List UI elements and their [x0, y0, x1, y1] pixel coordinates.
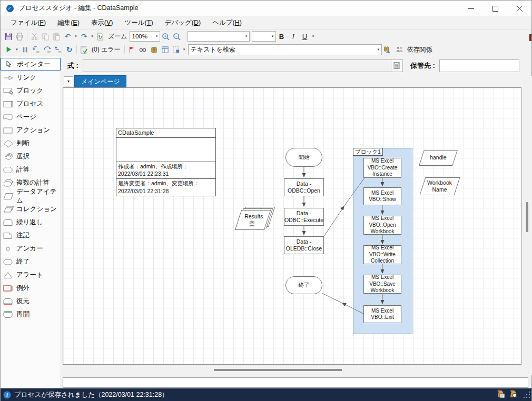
process-canvas[interactable]: ブロック1 CDataSample: [63, 87, 521, 365]
paste-button[interactable]: [51, 31, 62, 42]
node-data-workbook-name[interactable]: Workbook Name: [419, 177, 460, 195]
step-into-button[interactable]: [31, 44, 42, 55]
expression-input[interactable]: [83, 60, 391, 72]
node-odbc-execute[interactable]: Data - ODBC::Execute: [284, 208, 324, 226]
node-oledb-close[interactable]: Data - OLEDB::Close: [284, 236, 324, 254]
error-count-button[interactable]: (0) エラー: [92, 45, 121, 54]
find-next-button[interactable]: [382, 44, 393, 55]
restart-button[interactable]: ↻: [64, 44, 75, 55]
snap-caret-icon[interactable]: ▾: [182, 47, 187, 52]
tab-main-page[interactable]: メインページ: [74, 75, 126, 87]
undo-caret-icon[interactable]: ▾: [73, 34, 78, 38]
italic-button[interactable]: I: [288, 31, 299, 42]
close-button[interactable]: [507, 1, 531, 16]
menu-view[interactable]: 表示(V): [85, 17, 119, 29]
collection-icon: [3, 206, 14, 213]
tool-process[interactable]: プロセス: [1, 97, 61, 111]
zoom-select[interactable]: 100% ▾: [130, 31, 160, 42]
tool-decision[interactable]: 判断: [1, 137, 61, 150]
find-in-process-button[interactable]: [149, 44, 160, 55]
tool-pointer[interactable]: ポインター: [1, 58, 61, 71]
save-button[interactable]: [3, 31, 14, 42]
maximize-button[interactable]: [483, 1, 507, 16]
refresh-page-button[interactable]: ↻: [95, 31, 106, 42]
process-info-box[interactable]: CDataSample 作成者：admin、作成場所： 2022/03/01 2…: [116, 128, 216, 196]
resize-grip[interactable]: [523, 391, 530, 398]
menu-file[interactable]: ファイル(F): [5, 17, 52, 29]
print-button[interactable]: [14, 31, 25, 42]
page-selector-dropdown[interactable]: ▼: [64, 76, 73, 86]
menu-edit[interactable]: 編集(E): [52, 17, 85, 29]
font-family-select[interactable]: ▾: [188, 31, 250, 42]
grid-view-button[interactable]: [160, 44, 171, 55]
tool-calculation[interactable]: 計算: [1, 163, 61, 176]
undo-button[interactable]: ↶: [62, 31, 73, 42]
menu-debug[interactable]: デバッグ(D): [159, 17, 207, 29]
tool-data-item[interactable]: データアイテム: [1, 189, 61, 203]
horizontal-scrollbar-thumb[interactable]: [214, 369, 342, 371]
node-excel-write-collection[interactable]: MS Excel VBO::Write Collection: [363, 245, 401, 264]
tool-resume[interactable]: 再開: [1, 308, 61, 321]
store-in-input[interactable]: [443, 62, 532, 69]
node-excel-save-workbook[interactable]: MS Excel VBO::Save Workbook: [363, 275, 401, 294]
watch-button[interactable]: [137, 44, 149, 55]
node-excel-exit[interactable]: MS Excel VBO::Exit: [363, 305, 401, 323]
node-start[interactable]: 開始: [285, 148, 322, 167]
minimize-button[interactable]: [459, 1, 483, 16]
node-results-collection[interactable]: Results 空: [238, 207, 272, 230]
underline-button[interactable]: U: [299, 31, 311, 42]
tool-exception[interactable]: 例外: [1, 282, 61, 295]
block1-label[interactable]: ブロック1: [353, 148, 383, 156]
step-out-button[interactable]: [53, 44, 64, 55]
horizontal-scrollbar[interactable]: [63, 366, 521, 375]
zoom-in-button[interactable]: [160, 31, 171, 42]
tool-loop[interactable]: 繰り返し: [1, 216, 61, 229]
copy-button[interactable]: [40, 31, 51, 42]
tool-choice[interactable]: 選択: [1, 150, 61, 163]
cut-button[interactable]: [29, 31, 40, 42]
dependencies-button[interactable]: 依存関係: [393, 45, 437, 54]
menu-tools[interactable]: ツール(T): [119, 17, 159, 29]
tool-collection[interactable]: コレクション: [1, 203, 61, 216]
title-bar: プロセススタジオ - 編集 - CDataSample: [1, 1, 531, 16]
redo-button[interactable]: ↷: [78, 31, 90, 42]
text-search-combo[interactable]: ▾: [188, 44, 382, 55]
tool-note[interactable]: 注記: [1, 229, 61, 242]
validate-button[interactable]: [78, 44, 90, 55]
vertical-scrollbar[interactable]: [523, 76, 532, 375]
node-end[interactable]: 終了: [285, 276, 322, 294]
node-excel-show[interactable]: MS Excel VBO::Show: [363, 187, 401, 205]
pause-button[interactable]: [19, 44, 31, 55]
tool-action[interactable]: アクション: [1, 124, 61, 137]
expression-editor-button[interactable]: [391, 60, 402, 72]
run-button[interactable]: [3, 44, 14, 55]
tool-anchor[interactable]: アンカー: [1, 242, 61, 255]
node-data-handle[interactable]: handle: [419, 150, 458, 166]
format-caret-icon[interactable]: ▾: [311, 34, 316, 38]
expression-bar: 式 : 保管先 :: [61, 56, 532, 75]
text-search-input[interactable]: [189, 46, 376, 53]
recover-icon: [3, 298, 14, 305]
search-page-icon[interactable]: [509, 390, 518, 398]
redo-caret-icon[interactable]: ▾: [90, 34, 95, 38]
step-over-button[interactable]: [42, 44, 53, 55]
tool-end[interactable]: 終了: [1, 255, 61, 268]
vertical-scrollbar-thumb[interactable]: [526, 202, 528, 232]
snap-to-grid-button[interactable]: [171, 44, 182, 55]
run-caret-icon[interactable]: ▾: [14, 47, 19, 52]
font-size-select[interactable]: ▾: [252, 31, 276, 42]
validate-report-icon[interactable]: [496, 390, 505, 398]
node-excel-open-workbook[interactable]: MS Excel VBO::Open Workbook: [363, 216, 401, 235]
tool-block[interactable]: ブロック: [1, 84, 61, 97]
bold-button[interactable]: B: [276, 31, 288, 42]
node-excel-create-instance[interactable]: MS Excel VBO::Create Instance: [363, 158, 401, 178]
tool-page[interactable]: ページ: [1, 111, 61, 124]
tool-recover[interactable]: 復元: [1, 295, 61, 308]
tool-link[interactable]: リンク: [1, 71, 61, 84]
search-caret-icon: ▾: [376, 47, 381, 52]
zoom-out-button[interactable]: [171, 31, 182, 42]
node-odbc-open[interactable]: Data - ODBC::Open: [284, 178, 324, 196]
breakpoint-flag-button[interactable]: [126, 44, 137, 55]
tool-alert[interactable]: アラート: [1, 268, 61, 282]
menu-help[interactable]: ヘルプ(H): [206, 17, 248, 29]
